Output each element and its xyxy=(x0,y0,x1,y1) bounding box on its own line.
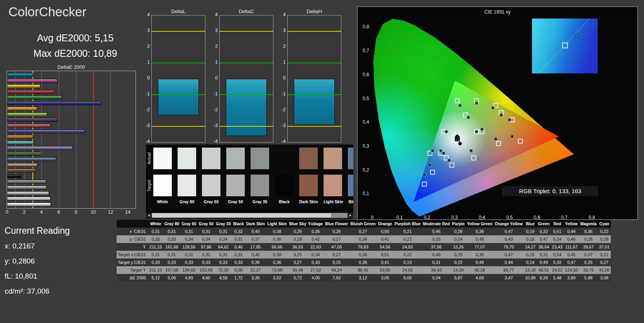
table-cell: 0,34 xyxy=(180,235,198,243)
y-tick-label: 0,2 xyxy=(363,167,369,173)
deltae-reference-line xyxy=(93,71,94,208)
table-cell: 134,63 xyxy=(180,266,198,274)
table-cell: 89,77 xyxy=(493,266,524,274)
scroll-right-icon[interactable]: ► xyxy=(347,213,353,218)
table-cell: 24,82 xyxy=(393,266,422,274)
x-tick-label: 12 xyxy=(105,209,115,215)
table-cell: 0,14 xyxy=(524,258,537,266)
deltae-gridline xyxy=(59,71,59,208)
deltae-bar-gray-50 xyxy=(7,185,47,189)
y-tick-label: 2 xyxy=(140,44,150,49)
x-tick-label: 0,8 xyxy=(588,215,595,220)
deltah-bar xyxy=(294,79,335,125)
table-cell: 0,28 xyxy=(598,235,611,243)
deltae-bar-yellow-green xyxy=(7,112,47,116)
table-cell: 0,27 xyxy=(324,251,349,258)
scrollbar-thumb[interactable] xyxy=(152,213,332,218)
table-cell: 97,86 xyxy=(198,243,215,251)
x-tick-label: 0,6 xyxy=(534,215,540,220)
table-cell: 59,86 xyxy=(377,266,393,274)
table-cell: 0,38 xyxy=(266,228,288,235)
table-cell: 0,31 xyxy=(198,228,215,235)
deltae-bar-moderate-red xyxy=(7,124,51,128)
max-de2000-value: Max dE2000: 10,89 xyxy=(15,48,135,59)
reference-line xyxy=(288,63,341,63)
table-cell: 0,27 xyxy=(349,228,377,235)
y-tick-label: -2 xyxy=(208,107,218,112)
table-cell: 0,49 xyxy=(466,258,494,266)
table-cell: 6,39 xyxy=(537,274,551,282)
table-cell: 0,18 xyxy=(524,235,537,243)
deltae-bar-yellow xyxy=(7,84,41,88)
col-header-blue: Blue xyxy=(524,220,537,228)
table-cell: 3,89 xyxy=(564,274,579,282)
table-cell: 3,36 xyxy=(245,274,266,282)
deltae-gridline xyxy=(76,71,76,208)
table-cell: 0,45 xyxy=(564,251,579,258)
table-cell: 0,26 xyxy=(324,228,349,235)
col-header-orange-yellow: Orange Yellow xyxy=(493,220,524,228)
y-tick-label: 3 xyxy=(140,28,150,33)
table-cell: 0,31 xyxy=(148,251,163,258)
swatch-target-light-skin xyxy=(324,175,342,196)
table-row-y-cie31: y: CIE310,330,330,340,340,340,310,370,36… xyxy=(117,235,611,243)
x-tick-label: 6 xyxy=(54,209,64,215)
x-tick-label: 0 xyxy=(2,209,12,215)
actual-swatch-row xyxy=(153,148,353,169)
actual-row-label: Actual xyxy=(146,147,152,170)
y-tick-label: -4 xyxy=(140,139,150,144)
table-cell: 77,07 xyxy=(466,243,494,251)
deltae-bar-white xyxy=(7,202,51,206)
table-cell: 5,88 xyxy=(579,274,598,282)
table-cell: 0,31 xyxy=(148,228,163,235)
y-tick-label: -4 xyxy=(208,139,218,144)
table-cell: 0,25 xyxy=(324,258,349,266)
table-cell: 0,33 xyxy=(215,258,232,266)
table-cell: 5,12 xyxy=(148,274,163,282)
deltae-bar-purple xyxy=(7,118,58,122)
table-cell: 0,26 xyxy=(349,251,377,258)
table-cell: 0,34 xyxy=(215,235,232,243)
table-cell: 0,38 xyxy=(466,251,494,258)
deltae-bar-blue-flower xyxy=(7,146,73,150)
y-tick-label: 1 xyxy=(208,60,218,65)
table-cell: 4,00 xyxy=(307,274,324,282)
scroll-left-icon[interactable]: ◄ xyxy=(146,213,152,218)
table-cell: 0,50 xyxy=(377,228,393,235)
measured-marker xyxy=(439,149,442,152)
table-row-target-y-cie31: Target y:CIE310,330,330,330,330,330,330,… xyxy=(117,258,611,266)
col-header-blue-sky: Blue Sky xyxy=(288,220,307,228)
table-cell: 0,33 xyxy=(148,235,163,243)
deltah-chart-title: DeltaH xyxy=(287,8,341,14)
deltal-plot-area xyxy=(151,15,205,143)
deltae-gridline xyxy=(110,71,111,208)
x-tick-label: 0,3 xyxy=(451,215,458,220)
cie-zoom-inset xyxy=(532,19,598,73)
table-cell: 23,43 xyxy=(551,243,564,251)
table-cell: 0,36 xyxy=(266,235,288,243)
swatch-comparison-panel: Actual Target WhiteGray 80Gray 65Gray 50… xyxy=(146,144,353,219)
deltac-bar xyxy=(226,79,267,136)
table-cell: 3,52 xyxy=(266,274,288,282)
row-label: ΔE 2000 xyxy=(117,274,148,282)
reference-line xyxy=(152,94,205,95)
x-tick-label: 14 xyxy=(123,209,133,215)
table-corner-cell xyxy=(117,220,148,228)
swatch-actual-dark-skin xyxy=(299,148,318,169)
table-cell: 0,25 xyxy=(579,258,598,266)
measured-marker xyxy=(510,135,514,138)
table-cell: 0,27 xyxy=(598,258,611,266)
col-header-bluish-green: Bluish Green xyxy=(349,220,377,228)
deltal-chart: DeltaL 43210-1-2-3-4 xyxy=(140,8,207,144)
table-cell: 24,83 xyxy=(393,243,422,251)
table-cell: 0,44 xyxy=(564,228,579,235)
current-reading-heading: Current Reading xyxy=(5,226,70,236)
swatch-scrollbar[interactable]: ◄ ► xyxy=(146,213,353,218)
swatch-actual-blue-sky xyxy=(348,148,353,169)
measured-marker xyxy=(423,173,426,176)
swatch-name-row: WhiteGray 80Gray 65Gray 50Gray 35BlackDa… xyxy=(153,199,353,204)
table-cell: 5,04 xyxy=(422,274,451,282)
table-cell: 38,64 xyxy=(537,243,551,251)
table-cell: 36,53 xyxy=(288,243,307,251)
y-tick-label: 0,5 xyxy=(363,96,369,101)
